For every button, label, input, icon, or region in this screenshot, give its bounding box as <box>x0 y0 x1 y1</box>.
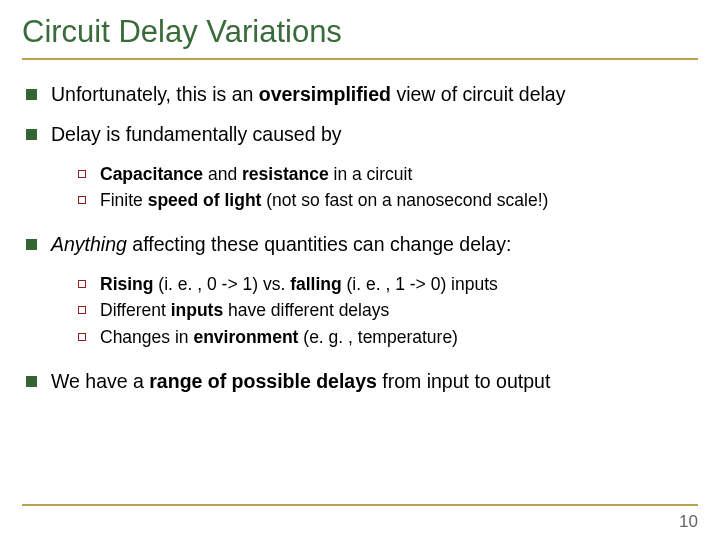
square-bullet-icon <box>26 129 37 140</box>
square-bullet-icon <box>26 239 37 250</box>
sub2-item-3: Changes in environment (e. g. , temperat… <box>78 326 698 349</box>
bullet-2-text: Delay is fundamentally caused by <box>51 122 698 147</box>
bullet-3: Anything affecting these quantities can … <box>22 232 698 257</box>
sub1-item-2-text: Finite speed of light (not so fast on a … <box>100 189 698 212</box>
square-bullet-icon <box>26 89 37 100</box>
bullet-1-text: Unfortunately, this is an oversimplified… <box>51 82 698 107</box>
sub2-item-1-text: Rising (i. e. , 0 -> 1) vs. falling (i. … <box>100 273 698 296</box>
sub-list-1: Capacitance and resistance in a circuit … <box>78 163 698 213</box>
title-rule <box>22 58 698 60</box>
square-bullet-icon <box>26 376 37 387</box>
hollow-square-icon <box>78 280 86 288</box>
bullet-4-text: We have a range of possible delays from … <box>51 369 698 394</box>
hollow-square-icon <box>78 196 86 204</box>
footer-rule <box>22 504 698 506</box>
hollow-square-icon <box>78 333 86 341</box>
sub2-item-3-text: Changes in environment (e. g. , temperat… <box>100 326 698 349</box>
sub2-item-2-text: Different inputs have different delays <box>100 299 698 322</box>
hollow-square-icon <box>78 170 86 178</box>
sub1-item-1: Capacitance and resistance in a circuit <box>78 163 698 186</box>
bullet-3-text: Anything affecting these quantities can … <box>51 232 698 257</box>
sub2-item-1: Rising (i. e. , 0 -> 1) vs. falling (i. … <box>78 273 698 296</box>
slide-title: Circuit Delay Variations <box>22 14 698 50</box>
bullet-list: Unfortunately, this is an oversimplified… <box>22 82 698 394</box>
sub1-item-2: Finite speed of light (not so fast on a … <box>78 189 698 212</box>
sub-list-2: Rising (i. e. , 0 -> 1) vs. falling (i. … <box>78 273 698 349</box>
page-number: 10 <box>679 512 698 532</box>
bullet-2: Delay is fundamentally caused by <box>22 122 698 147</box>
sub2-item-2: Different inputs have different delays <box>78 299 698 322</box>
sub1-item-1-text: Capacitance and resistance in a circuit <box>100 163 698 186</box>
bullet-1: Unfortunately, this is an oversimplified… <box>22 82 698 107</box>
bullet-4: We have a range of possible delays from … <box>22 369 698 394</box>
hollow-square-icon <box>78 306 86 314</box>
